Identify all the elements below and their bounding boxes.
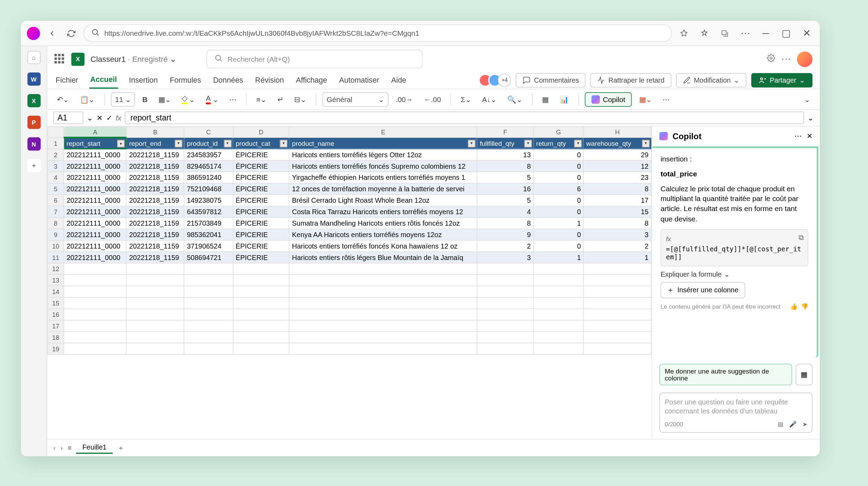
cell[interactable]: 0 — [534, 229, 584, 240]
sheet-tab[interactable]: Feuille1 — [76, 442, 112, 454]
row-number[interactable]: 14 — [48, 286, 64, 298]
sort-button[interactable]: A↓⌄ — [478, 93, 500, 106]
addins-icon[interactable]: ▦ — [539, 93, 552, 106]
row-number[interactable]: 19 — [48, 343, 64, 354]
home-rail-icon[interactable]: ⌂ — [27, 51, 40, 64]
sheet-prev-icon[interactable]: ‹ — [53, 444, 56, 452]
cell[interactable] — [477, 275, 533, 286]
cell[interactable]: 234583957 — [184, 149, 233, 160]
filter-dropdown-icon[interactable] — [642, 140, 650, 147]
cell[interactable]: 15 — [584, 206, 651, 218]
all-sheets-icon[interactable]: ≡ — [67, 444, 72, 452]
powerpoint-rail-icon[interactable]: P — [27, 116, 40, 129]
cell[interactable] — [233, 286, 289, 298]
cell[interactable]: 8 — [584, 183, 651, 195]
url-bar[interactable]: https://onedrive.live.com/:w:/t/EaCKkPs6… — [83, 24, 672, 42]
column-header[interactable]: B — [126, 127, 184, 137]
filter-dropdown-icon[interactable] — [468, 140, 475, 147]
cell[interactable]: 202212111_0000 — [64, 252, 126, 263]
attach-icon[interactable]: ▤ — [778, 421, 783, 427]
back-button[interactable] — [45, 26, 59, 41]
cell[interactable]: 202212111_0000 — [64, 229, 126, 240]
table-header-cell[interactable]: report_start — [64, 137, 126, 149]
cell[interactable] — [289, 286, 477, 298]
cell[interactable] — [477, 263, 533, 275]
cell[interactable] — [289, 320, 477, 332]
cell[interactable] — [584, 275, 651, 286]
row-number[interactable]: 13 — [48, 275, 64, 286]
maximize-button[interactable]: ▢ — [779, 26, 793, 41]
cell[interactable] — [126, 263, 184, 275]
excel-rail-icon[interactable]: X — [27, 94, 40, 107]
cell[interactable]: 23 — [584, 172, 651, 183]
cell[interactable]: 20221218_1159 — [126, 195, 184, 206]
cell[interactable] — [584, 298, 651, 309]
cell[interactable]: Costa Rica Tarrazu Haricots entiers torr… — [289, 206, 477, 218]
cell[interactable]: 0 — [534, 172, 584, 183]
cell[interactable] — [233, 309, 289, 320]
cell[interactable]: 202212111_0000 — [64, 195, 126, 206]
filter-dropdown-icon[interactable] — [175, 140, 183, 147]
favorites-icon[interactable] — [697, 26, 712, 41]
tab-formules[interactable]: Formules — [168, 73, 202, 88]
cell[interactable] — [184, 343, 233, 354]
minimize-button[interactable]: ─ — [758, 26, 773, 41]
cell[interactable]: 20221218_1159 — [126, 240, 184, 252]
cell[interactable] — [477, 332, 533, 343]
copilot-ribbon-button[interactable]: Copilot — [585, 92, 632, 107]
cell[interactable]: ÉPICERIE — [233, 218, 289, 229]
find-button[interactable]: 🔍⌄ — [504, 93, 526, 106]
expand-formula-bar-icon[interactable]: ⌄ — [808, 114, 813, 122]
cell[interactable] — [184, 309, 233, 320]
refresh-button[interactable] — [64, 26, 79, 41]
table-header-cell[interactable]: product_name — [289, 137, 477, 149]
ribbon-more-icon[interactable]: ⋯ — [659, 93, 674, 106]
profile-avatar[interactable] — [27, 26, 40, 40]
cell[interactable]: 3 — [477, 252, 533, 263]
tab-accueil[interactable]: Accueil — [89, 72, 118, 89]
cell[interactable] — [233, 275, 289, 286]
cell[interactable]: 829465174 — [184, 160, 233, 172]
app-launcher-icon[interactable] — [55, 53, 65, 64]
cell[interactable] — [126, 343, 184, 354]
sheet-next-icon[interactable]: › — [60, 444, 63, 452]
cell[interactable]: 9 — [477, 229, 533, 240]
cell[interactable]: 20221218_1159 — [126, 172, 184, 183]
cell[interactable]: 371906524 — [184, 240, 233, 252]
merge-button[interactable]: ⊟⌄ — [291, 93, 310, 106]
cell[interactable]: ÉPICERIE — [233, 240, 289, 252]
table-header-cell[interactable]: product_cat — [233, 137, 289, 149]
cell[interactable]: ÉPICERIE — [233, 183, 289, 195]
cell[interactable] — [64, 332, 126, 343]
cell[interactable] — [233, 343, 289, 354]
align-button[interactable]: ≡⌄ — [253, 93, 270, 106]
confirm-formula-icon[interactable]: ✓ — [106, 114, 112, 122]
cell[interactable] — [477, 309, 533, 320]
word-rail-icon[interactable]: W — [27, 73, 40, 86]
cell[interactable]: 29 — [584, 149, 651, 160]
cancel-formula-icon[interactable]: ✕ — [97, 114, 102, 122]
cell[interactable]: Yirgacheffe éthiopien Haricots entiers t… — [289, 172, 477, 183]
cell[interactable]: 3 — [584, 229, 651, 240]
cell[interactable]: ÉPICERIE — [233, 206, 289, 218]
cell[interactable] — [477, 343, 533, 354]
row-number[interactable]: 15 — [48, 298, 64, 309]
copilot-more-icon[interactable]: ⋯ — [794, 132, 802, 140]
formula-input[interactable] — [125, 111, 804, 124]
cell[interactable] — [584, 320, 651, 332]
cell[interactable]: 20221218_1159 — [126, 149, 184, 160]
cell[interactable] — [584, 343, 651, 354]
filter-dropdown-icon[interactable] — [574, 140, 582, 147]
row-number[interactable]: 18 — [48, 332, 64, 343]
tab-fichier[interactable]: Fichier — [55, 73, 80, 88]
cell[interactable]: 1 — [534, 218, 584, 229]
tab-automatiser[interactable]: Automatiser — [338, 73, 380, 88]
cell[interactable]: 20221218_1159 — [126, 160, 184, 172]
tab-insertion[interactable]: Insertion — [128, 73, 159, 88]
filter-dropdown-icon[interactable] — [280, 140, 287, 147]
catchup-button[interactable]: Rattraper le retard — [590, 73, 671, 88]
copy-formula-icon[interactable]: ⧉ — [799, 233, 804, 242]
cell[interactable]: 202212111_0000 — [64, 206, 126, 218]
user-avatar[interactable] — [797, 51, 812, 67]
cell[interactable]: 202212111_0000 — [64, 218, 126, 229]
